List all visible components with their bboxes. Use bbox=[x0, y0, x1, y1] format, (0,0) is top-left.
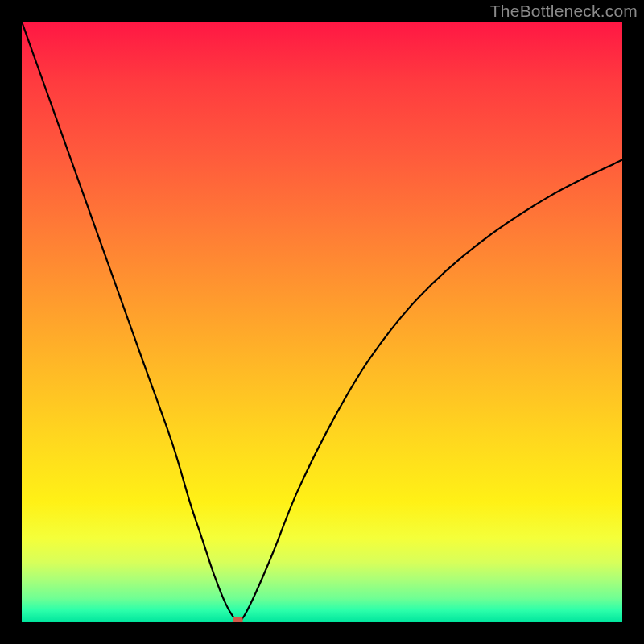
minimum-marker bbox=[233, 617, 243, 622]
chart-frame: TheBottleneck.com bbox=[0, 0, 644, 644]
plot-area bbox=[22, 22, 622, 622]
bottleneck-curve bbox=[22, 22, 622, 622]
watermark-text: TheBottleneck.com bbox=[490, 2, 638, 21]
curve-svg bbox=[22, 22, 622, 622]
